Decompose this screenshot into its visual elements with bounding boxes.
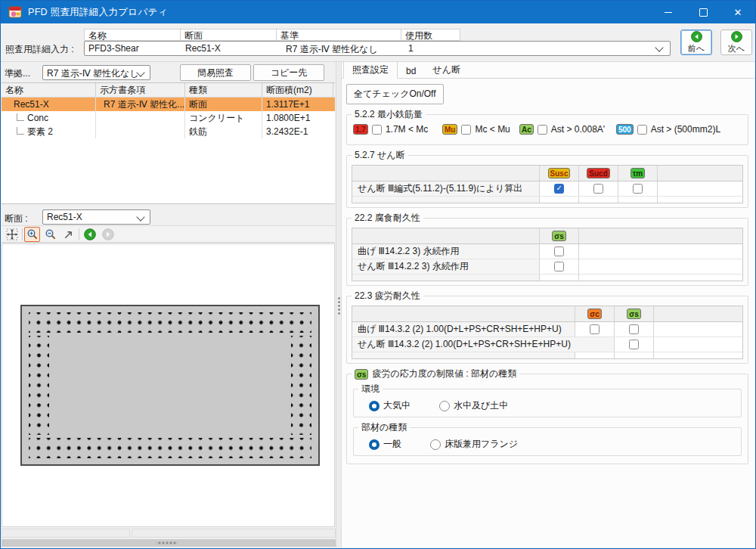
table-row[interactable]: 要素 2 鉄筋 3.2432E-1 [2,125,335,138]
tab-shear[interactable]: せん断 [424,62,469,78]
column-header-name: 名称 [84,29,181,41]
radio-option-general[interactable]: 一般 [369,438,401,451]
radio-option-in-air[interactable]: 大気中 [369,399,411,412]
checkbox-mc-mu[interactable] [461,125,471,135]
minimize-icon [665,12,672,13]
table-row[interactable]: Rec51-X R7 道示-Ⅳ 塑性化... 断面 1.3117E+1 [2,98,335,111]
group-title: 部材の種類 [358,421,410,434]
green-back-icon [84,228,96,240]
badge-500-icon: 500 [616,124,634,135]
detail-input-standard: R7 道示-Ⅳ 塑性化なし [286,43,378,56]
environment-options: 大気中 水中及び土中 [358,399,736,412]
radio-option-deck-flange[interactable]: 床版兼用フランジ [430,438,518,451]
corrosion-table-row: 曲げ Ⅲ14.2.2 3) 永続作用 [352,244,742,259]
group-title: σs 疲労の応力度の制限値 : 部材の種類 [352,368,519,380]
green-right-arrow-icon [731,31,742,42]
detail-input-usecount: 1 [408,43,414,54]
window-controls: ✕ [651,1,755,23]
simple-check-button[interactable]: 簡易照査 [180,64,251,81]
horizontal-scrollbar[interactable] [2,539,336,547]
shear-row-label: せん断 Ⅲ編式(5.11.2)-(5.11.9)により算出 [352,181,540,196]
badge-tm-icon: τm [631,168,645,178]
rebar-dots-top [29,312,311,333]
fatigue-row-label: せん断 Ⅲ14.3.2 (2) 1.00(D+L+PS+CR+SH+E+HP+U… [352,337,615,352]
fatigue-table-header: σc σs [352,306,742,322]
rebar-dots-bottom [29,438,311,458]
zoom-in-icon [26,228,39,240]
checkbox-tm[interactable] [633,184,643,194]
chevron-down-icon [136,212,144,221]
group-fatigue-stress-limit: σs 疲労の応力度の制限値 : 部材の種類 環境 大気中 水中及び土中 [346,368,748,464]
rebar-dots-right [291,336,311,435]
checkbox-ast-500[interactable] [637,125,647,135]
toolbar-separator [22,228,23,240]
tree-branch-icon [17,113,24,121]
tab-bd[interactable]: bd [398,64,424,78]
checkbox-fatigue-bend-sigma-s[interactable] [629,324,639,334]
check-item: Ac Ast > 0.008A' [519,124,605,135]
check-all-button[interactable]: 全てチェックOn/Off [346,84,444,104]
standard-combobox[interactable]: R7 道示-Ⅳ 塑性化なし [42,65,150,80]
corrosion-row-label: せん断 Ⅲ14.2.2 3) 永続作用 [352,259,540,274]
view-back-button[interactable] [82,227,98,242]
header-clause: 示方書条項 [96,83,185,97]
checkbox-1.7M[interactable] [372,125,382,135]
status-segment-right [132,529,336,538]
radio-deck-flange[interactable] [430,439,441,450]
section-combobox[interactable]: Rec51-X [42,209,150,225]
close-button[interactable]: ✕ [720,1,755,23]
group-min-reinforcement: 5.2.2 最小鉄筋量 1.7 1.7M < Mc Mu Mc < Mu Ac … [346,108,748,145]
radio-option-in-water-soil[interactable]: 水中及び土中 [439,399,508,412]
extend-view-button[interactable] [60,227,76,242]
fit-view-button[interactable] [4,227,20,242]
detail-input-label: 照査用詳細入力 : [5,43,74,56]
zoom-out-button[interactable] [42,227,58,242]
maximize-button[interactable] [686,1,720,23]
column-header-usecount: 使用数 [401,29,460,41]
column-header-standard: 基準 [276,29,401,41]
section-drawing-canvas[interactable] [2,243,335,527]
corrosion-table-header: σs [352,228,742,244]
app-icon [8,5,22,19]
radio-general[interactable] [369,439,380,450]
checkbox-shear-permanent[interactable] [554,262,564,271]
group-title: 5.2.2 最小鉄筋量 [352,108,426,121]
standard-label: 準拠... [5,67,30,80]
badge-sigma-s-icon: σs [552,231,565,241]
prev-button[interactable]: 前へ [680,29,712,55]
checkbox-ast-008[interactable] [538,125,547,135]
badge-mu-icon: Mu [442,124,457,135]
radio-in-water-soil[interactable] [439,401,450,411]
badge-sigma-c-icon: σc [587,309,601,319]
checkbox-sucd[interactable] [593,184,603,194]
checkbox-fatigue-bend-sigma-c[interactable] [590,324,600,334]
status-segment-left [2,529,130,538]
radio-label: 床版兼用フランジ [445,438,518,451]
checkbox-bend-permanent[interactable] [554,247,564,256]
scrollbar-grip[interactable] [156,541,178,544]
radio-in-air[interactable] [369,401,380,411]
check-item-label: Ast > (500mm2)L [651,124,720,135]
zoom-in-button[interactable] [24,227,40,242]
check-item-label: 1.7M < Mc [386,124,428,135]
checkbox-fatigue-shear-sigma-s[interactable] [629,340,639,349]
check-item-label: Ast > 0.008A' [551,124,605,135]
zoom-out-icon [45,228,57,240]
diagonal-arrow-icon [63,229,74,240]
header-area: 断面積(m2) [262,83,333,97]
badge-sucd-icon: Sucd [587,168,609,178]
table-row[interactable]: Conc コンクリート 1.0800E+1 [2,111,335,125]
right-panel: 照査設定 bd せん断 全てチェックOn/Off 5.2.2 最小鉄筋量 1.7… [342,62,754,547]
minimize-button[interactable] [651,1,686,23]
checkbox-susc[interactable] [554,184,564,194]
detail-input-combobox[interactable]: PFD3-Shear Rec51-X R7 道示-Ⅳ 塑性化なし 1 [84,41,671,56]
check-item-label: Mc < Mu [475,124,510,135]
maximize-icon [699,8,708,17]
next-button[interactable]: 次へ [720,29,752,55]
view-forward-button[interactable] [100,227,116,242]
copy-to-button[interactable]: コピー先 [253,64,324,81]
tab-inspection-settings[interactable]: 照査設定 [343,62,398,79]
panel-splitter[interactable] [336,62,342,547]
group-environment: 環境 大気中 水中及び土中 [353,383,742,417]
fatigue-table: σc σs 曲げ Ⅲ14.3.2 (2) 1.00(D+L+PS+CR+SH+E… [352,306,743,359]
